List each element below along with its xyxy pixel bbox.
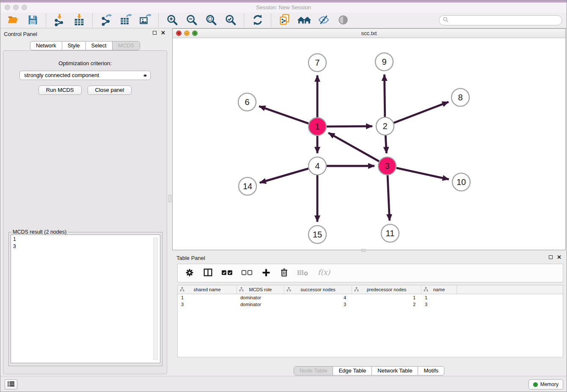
export-table-button[interactable] bbox=[117, 13, 134, 28]
zoom-in-button[interactable] bbox=[164, 13, 181, 28]
graph-node-1[interactable]: 1 bbox=[308, 118, 326, 135]
show-graphics-details-button[interactable] bbox=[335, 13, 352, 28]
network-minimize-icon[interactable]: – bbox=[184, 30, 190, 36]
maximize-window-icon[interactable] bbox=[22, 5, 27, 10]
close-window-icon[interactable] bbox=[5, 5, 10, 10]
cell-predecessor-nodes[interactable]: 2 bbox=[352, 302, 421, 307]
open-session-button[interactable] bbox=[5, 13, 22, 28]
result-scrollbar[interactable] bbox=[153, 237, 158, 360]
add-column-button[interactable] bbox=[261, 268, 271, 279]
search-input[interactable] bbox=[451, 17, 559, 24]
edge-2-8[interactable] bbox=[394, 102, 449, 123]
cell-name[interactable]: 1 bbox=[421, 295, 457, 300]
column-header-mcds-role[interactable]: MCDS role bbox=[237, 285, 284, 294]
import-network-button[interactable] bbox=[51, 13, 68, 28]
deselect-all-rows-button[interactable] bbox=[241, 268, 253, 278]
column-layout-button[interactable] bbox=[203, 267, 213, 279]
graph-node-8[interactable]: 8 bbox=[451, 88, 469, 106]
cell-successor-nodes[interactable]: 3 bbox=[284, 302, 352, 307]
splitter-grip-horizontal[interactable] bbox=[361, 249, 366, 252]
tab-mcds[interactable]: MCDS bbox=[112, 41, 140, 50]
export-image-button[interactable] bbox=[137, 13, 154, 28]
cell-name[interactable]: 3 bbox=[421, 302, 457, 307]
save-icon bbox=[27, 14, 39, 27]
graph-node-14[interactable]: 14 bbox=[239, 177, 256, 195]
cell-shared-name[interactable]: 1 bbox=[178, 295, 237, 300]
column-header-shared-name[interactable]: shared name bbox=[178, 285, 237, 294]
edge-1-2[interactable] bbox=[327, 126, 372, 127]
graph-node-4[interactable]: 4 bbox=[308, 157, 326, 175]
graph-node-10[interactable]: 10 bbox=[452, 173, 470, 191]
memory-button[interactable]: Memory bbox=[528, 379, 563, 389]
show-panels-button[interactable] bbox=[5, 379, 17, 389]
close-panel-icon[interactable]: ✕ bbox=[161, 30, 165, 35]
network-overview-button[interactable] bbox=[296, 13, 313, 28]
result-item: 3 bbox=[13, 243, 158, 250]
zoom-out-button[interactable] bbox=[183, 13, 200, 28]
table-row[interactable]: 3dominator323 bbox=[178, 301, 563, 308]
cell-shared-name[interactable]: 3 bbox=[178, 302, 237, 307]
edge-3-11[interactable] bbox=[388, 175, 390, 221]
zoom-fit-button[interactable] bbox=[203, 13, 220, 28]
table-row[interactable]: 1dominator411 bbox=[178, 294, 563, 301]
cell-successor-nodes[interactable]: 4 bbox=[284, 295, 352, 300]
table-settings-button[interactable] bbox=[184, 268, 195, 279]
column-header-name[interactable]: name bbox=[421, 285, 457, 294]
cell-mcds-role[interactable]: dominator bbox=[237, 295, 284, 300]
titlebar[interactable]: Session: New Session bbox=[0, 3, 567, 13]
tab-network-table[interactable]: Network Table bbox=[372, 367, 418, 375]
edge-1-6[interactable] bbox=[259, 106, 308, 124]
network-close-icon[interactable]: ✕ bbox=[176, 30, 182, 36]
import-table-button[interactable] bbox=[71, 13, 88, 28]
column-label: predecessor nodes bbox=[367, 287, 407, 292]
save-session-button[interactable] bbox=[24, 13, 41, 28]
window-traffic-lights[interactable] bbox=[5, 5, 27, 10]
duplicate-network-button[interactable] bbox=[276, 13, 293, 28]
control-panel-tabs: NetworkStyleSelectMCDS bbox=[0, 41, 170, 50]
run-mcds-button[interactable]: Run MCDS bbox=[39, 86, 82, 95]
network-window-titlebar[interactable]: ✕ – + scc.txt bbox=[173, 29, 565, 38]
column-header-predecessor-nodes[interactable]: predecessor nodes bbox=[352, 285, 421, 294]
edge-4-14[interactable] bbox=[260, 168, 308, 182]
tab-network[interactable]: Network bbox=[30, 41, 62, 50]
tab-node-table[interactable]: Node Table bbox=[294, 367, 333, 375]
edge-3-10[interactable] bbox=[396, 168, 449, 179]
svg-text:10: 10 bbox=[457, 177, 466, 187]
column-header-successor-nodes[interactable]: successor nodes bbox=[284, 285, 352, 294]
cell-mcds-role[interactable]: dominator bbox=[237, 302, 284, 307]
refresh-layout-button[interactable] bbox=[249, 13, 266, 28]
search-box[interactable] bbox=[439, 15, 562, 25]
tab-edge-table[interactable]: Edge Table bbox=[333, 367, 372, 375]
export-network-button[interactable] bbox=[98, 13, 115, 28]
close-panel-button[interactable]: Close panel bbox=[88, 86, 132, 95]
cell-predecessor-nodes[interactable]: 1 bbox=[352, 295, 421, 300]
float-table-panel-icon[interactable] bbox=[549, 255, 553, 259]
float-panel-icon[interactable] bbox=[153, 31, 157, 35]
delete-column-button[interactable] bbox=[279, 268, 289, 279]
graph-node-9[interactable]: 9 bbox=[375, 53, 393, 71]
minimize-window-icon[interactable] bbox=[13, 5, 19, 10]
edge-3-1[interactable] bbox=[328, 133, 379, 161]
zoom-selected-button[interactable] bbox=[222, 13, 239, 28]
edge-2-9[interactable] bbox=[384, 75, 385, 117]
tab-motifs[interactable]: Motifs bbox=[418, 367, 444, 375]
graph-node-7[interactable]: 7 bbox=[308, 54, 326, 72]
optimization-select[interactable]: strongly connected component bbox=[19, 71, 151, 80]
list-icon bbox=[7, 381, 15, 389]
splitter-grip-vertical[interactable] bbox=[168, 195, 171, 202]
network-maximize-icon[interactable]: + bbox=[192, 30, 198, 36]
hide-graphics-details-button[interactable] bbox=[315, 13, 332, 28]
edge-2-3[interactable] bbox=[385, 135, 386, 153]
graph-node-3[interactable]: 3 bbox=[378, 157, 396, 175]
graph-node-6[interactable]: 6 bbox=[238, 93, 256, 111]
network-canvas[interactable]: 1234678910111415 bbox=[173, 38, 565, 250]
graph-node-11[interactable]: 11 bbox=[381, 224, 399, 242]
graph-node-15[interactable]: 15 bbox=[308, 226, 326, 243]
tab-select[interactable]: Select bbox=[85, 41, 112, 50]
tab-style[interactable]: Style bbox=[62, 41, 85, 50]
mcds-result-list[interactable]: 13 bbox=[11, 235, 160, 363]
graph-node-2[interactable]: 2 bbox=[376, 117, 394, 135]
select-all-rows-button[interactable] bbox=[221, 268, 233, 278]
close-table-panel-icon[interactable]: ✕ bbox=[557, 255, 561, 259]
network-graph[interactable]: 1234678910111415 bbox=[173, 38, 565, 250]
